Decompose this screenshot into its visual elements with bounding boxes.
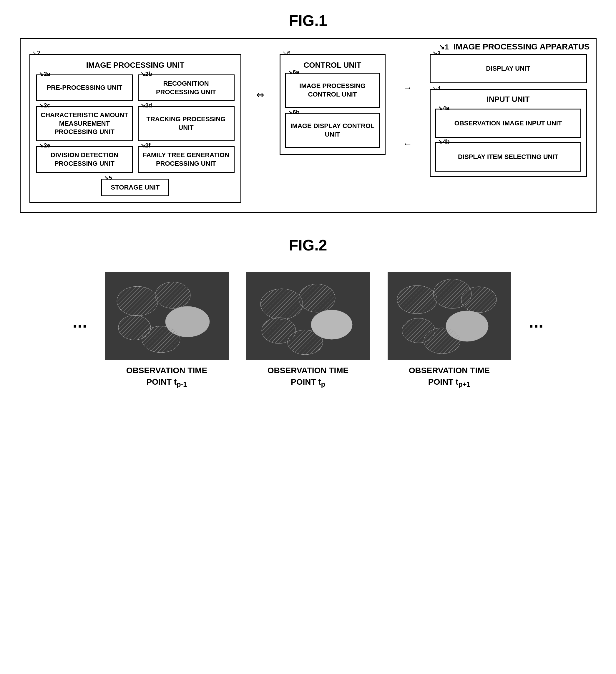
ipu-cell-2b: ↘2b RECOGNITION PROCESSING UNIT (138, 75, 235, 101)
ipu-cell-2e: ↘2e DIVISION DETECTION PROCESSING UNIT (36, 146, 133, 173)
storage-ref: ↘5 (104, 174, 112, 181)
obs-label-1: OBSERVATION TIME POINT tp-1 (126, 365, 207, 389)
input-unit-label: INPUT UNIT (435, 95, 581, 104)
ipu-cell-2f: ↘2f FAMILY TREE GENERATION PROCESSING UN… (138, 146, 235, 173)
fig1-inner: ↘2 IMAGE PROCESSING UNIT ↘2a PRE-PROCESS… (29, 54, 587, 203)
control-unit-box: ↘6 CONTROL UNIT ↘6a IMAGE PROCESSING CON… (280, 54, 386, 155)
input-unit-inner: ↘4a OBSERVATION IMAGE INPUT UNIT ↘4b DIS… (435, 109, 581, 172)
svg-point-13 (397, 286, 437, 314)
left-ellipsis: ... (73, 313, 87, 331)
storage-row: ↘5 STORAGE UNIT (36, 179, 235, 196)
svg-point-5 (142, 326, 180, 353)
cell-ref-2b: ↘2b (140, 70, 152, 78)
arrow-ctrl-display: → (403, 82, 412, 93)
image-processing-unit-box: ↘2 IMAGE PROCESSING UNIT ↘2a PRE-PROCESS… (29, 54, 241, 203)
right-ellipsis: ... (529, 313, 543, 331)
input-sub-4b: ↘4b DISPLAY ITEM SELECTING UNIT (435, 142, 581, 172)
ipu-cell-2a: ↘2a PRE-PROCESSING UNIT (36, 75, 133, 101)
display-ref: ↘3 (433, 49, 441, 57)
arrow-ctrl-input: ← (403, 138, 412, 149)
input-unit-box: ↘4 INPUT UNIT ↘4a OBSERVATION IMAGE INPU… (430, 89, 587, 177)
right-arrows-col: → ← (397, 54, 418, 172)
input-ref: ↘4 (433, 85, 441, 92)
apparatus-label: ↘1 IMAGE PROCESSING APPARATUS (439, 42, 590, 51)
svg-point-2 (155, 282, 191, 309)
fig1-apparatus-container: ↘1 IMAGE PROCESSING APPARATUS ↘2 IMAGE P… (20, 38, 597, 213)
display-input-col: ↘3 DISPLAY UNIT ↘4 INPUT UNIT ↘4a OBSERV… (430, 54, 587, 177)
svg-point-8 (299, 284, 335, 312)
fig2-images-row: ... (18, 272, 598, 389)
cell-ref-2f: ↘2f (140, 141, 151, 149)
ipu-grid: ↘2a PRE-PROCESSING UNIT ↘2b RECOGNITION … (36, 75, 235, 173)
obs-label-3: OBSERVATION TIME POINT tp+1 (409, 365, 490, 389)
cell-ref-2a: ↘2a (39, 70, 50, 78)
input-ref-4b: ↘4b (438, 138, 450, 145)
storage-unit-box: ↘5 STORAGE UNIT (101, 179, 169, 196)
ctrl-sub-6b: ↘6b IMAGE DISPLAY CONTROL UNIT (285, 113, 380, 148)
cell-ref-2c: ↘2c (39, 102, 50, 109)
cell-ref-2d: ↘2d (140, 102, 152, 109)
obs-image-3 (388, 272, 511, 360)
fig2-title: FIG.2 (18, 236, 598, 254)
ipu-cell-2c: ↘2c CHARACTERISTIC AMOUNT MEASUREMENT PR… (36, 106, 133, 141)
ipu-label: IMAGE PROCESSING UNIT (36, 61, 235, 70)
display-unit-box: ↘3 DISPLAY UNIT (430, 54, 587, 83)
svg-point-11 (287, 330, 323, 355)
svg-point-18 (424, 328, 460, 354)
bidirect-arrow-ipu-ctrl: ⇔ (256, 89, 264, 100)
obs-label-2: OBSERVATION TIME POINT tp (267, 365, 349, 389)
ctrl-ref-6a: ↘6a (288, 68, 299, 76)
fig1-title: FIG.1 (18, 12, 598, 29)
ipu-cell-2d: ↘2d TRACKING PROCESSING UNIT (138, 106, 235, 141)
svg-point-15 (461, 287, 496, 313)
middle-section: ⇔ (253, 54, 268, 100)
input-ref-4a: ↘4a (438, 104, 450, 112)
obs-image-1 (105, 272, 229, 360)
control-unit-inner: ↘6a IMAGE PROCESSING CONTROL UNIT ↘6b IM… (285, 73, 380, 148)
ipu-ref: ↘2 (32, 49, 40, 57)
ctrl-ref: ↘6 (282, 49, 290, 57)
obs-item-2: OBSERVATION TIME POINT tp (246, 272, 370, 389)
svg-point-1 (117, 287, 158, 316)
obs-item-1: OBSERVATION TIME POINT tp-1 (105, 272, 229, 389)
ctrl-sub-6a: ↘6a IMAGE PROCESSING CONTROL UNIT (285, 73, 380, 108)
apparatus-label-text: IMAGE PROCESSING APPARATUS (453, 42, 590, 51)
ctrl-ref-6b: ↘6b (288, 108, 299, 116)
ctrl-label-top: CONTROL UNIT (285, 61, 380, 70)
svg-point-7 (260, 289, 303, 319)
input-sub-4a: ↘4a OBSERVATION IMAGE INPUT UNIT (435, 109, 581, 138)
obs-item-3: OBSERVATION TIME POINT tp+1 (388, 272, 511, 389)
cell-ref-2e: ↘2e (39, 141, 50, 149)
obs-image-2 (246, 272, 370, 360)
fig2-section: FIG.2 ... (18, 236, 598, 389)
